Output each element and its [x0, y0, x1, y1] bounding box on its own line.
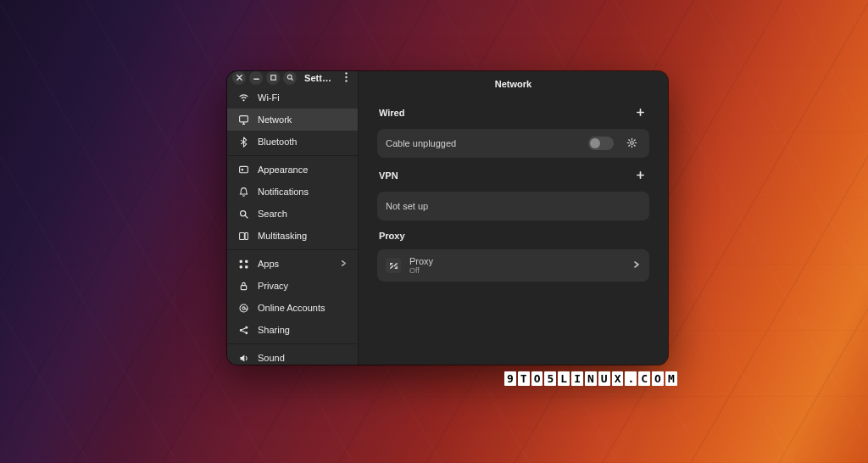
wired-add-button[interactable]	[632, 105, 648, 120]
sidebar-item-label: Search	[258, 209, 348, 219]
svg-rect-13	[245, 259, 248, 262]
sidebar-item-label: Network	[258, 114, 348, 125]
svg-rect-6	[239, 115, 248, 121]
bluetooth-icon	[237, 137, 249, 148]
wired-toggle[interactable]	[588, 137, 614, 150]
vpn-section-header: VPN	[377, 165, 649, 185]
sidebar-item-label: Sound	[258, 353, 348, 363]
sidebar-item-multitasking[interactable]: Multitasking	[227, 225, 358, 247]
maximize-icon	[270, 73, 277, 83]
sidebar-item-label: Privacy	[258, 281, 348, 291]
wifi-icon	[237, 92, 249, 103]
watermark-char: U	[598, 371, 610, 386]
vpn-status-text: Not set up	[386, 201, 428, 211]
svg-rect-10	[239, 232, 244, 239]
search-icon	[287, 73, 294, 83]
svg-point-20	[239, 329, 242, 332]
proxy-heading: Proxy	[379, 231, 405, 241]
chevron-right-icon	[340, 259, 348, 269]
watermark-char: X	[612, 371, 624, 386]
svg-rect-14	[239, 265, 242, 268]
apps-icon	[237, 259, 249, 270]
chevron-right-icon	[632, 260, 641, 271]
sidebar-item-label: Multitasking	[258, 231, 348, 241]
sidebar-item-label: Apps	[258, 259, 331, 269]
wired-status-text: Cable unplugged	[386, 138, 580, 148]
sidebar-separator	[227, 343, 358, 344]
sidebar-item-apps[interactable]: Apps	[227, 253, 358, 275]
sidebar-item-label: Wi-Fi	[258, 92, 348, 103]
sidebar-item-online-accounts[interactable]: Online Accounts	[227, 297, 358, 319]
watermark-char: N	[585, 371, 597, 386]
wired-section-header: Wired	[377, 102, 649, 122]
content-pane: Network Wired Cable unplugged VPN	[359, 71, 668, 365]
sidebar-item-appearance[interactable]: Appearance	[227, 159, 358, 181]
maximize-button[interactable]	[266, 71, 280, 85]
proxy-row[interactable]: Proxy Off	[377, 249, 649, 282]
sidebar-item-label: Sharing	[258, 325, 348, 335]
sidebar-separator	[227, 155, 358, 156]
wired-heading: Wired	[379, 108, 404, 118]
svg-rect-0	[270, 75, 275, 80]
svg-point-17	[240, 304, 248, 312]
sidebar-item-label: Online Accounts	[258, 303, 348, 313]
proxy-row-subtitle: Off	[409, 266, 624, 275]
gear-icon	[626, 137, 637, 150]
sidebar-item-sharing[interactable]: Sharing	[227, 319, 358, 341]
search-button[interactable]	[283, 71, 297, 85]
vpn-add-button[interactable]	[632, 168, 648, 183]
svg-point-22	[630, 141, 633, 144]
svg-point-19	[245, 326, 248, 328]
wired-connection-row[interactable]: Cable unplugged	[377, 129, 649, 158]
watermark: 9TO5LINUX.COM	[504, 371, 677, 386]
sidebar-item-label: Appearance	[258, 165, 348, 175]
svg-point-2	[345, 72, 347, 74]
sidebar-item-notifications[interactable]: Notifications	[227, 181, 358, 203]
svg-rect-7	[239, 166, 248, 172]
settings-window: Sett… Wi-Fi Network Bluetooth Appeara	[227, 71, 668, 365]
sidebar-item-label: Bluetooth	[258, 137, 348, 147]
content-title: Network	[359, 71, 668, 97]
watermark-char: 9	[504, 371, 516, 386]
watermark-char: T	[518, 371, 530, 386]
plus-icon	[636, 170, 645, 181]
watermark-char: C	[638, 371, 650, 386]
svg-point-5	[242, 99, 244, 101]
sidebar-item-label: Notifications	[258, 187, 348, 197]
sidebar-item-network[interactable]: Network	[227, 109, 358, 131]
sidebar: Sett… Wi-Fi Network Bluetooth Appeara	[227, 71, 359, 365]
proxy-row-title: Proxy	[409, 256, 624, 267]
watermark-char: O	[652, 371, 664, 386]
search-icon	[237, 209, 249, 220]
svg-rect-11	[245, 232, 248, 239]
svg-rect-15	[245, 265, 248, 268]
sidebar-separator	[227, 249, 358, 250]
watermark-char: L	[558, 371, 570, 386]
multitasking-icon	[237, 231, 249, 242]
sidebar-item-privacy[interactable]: Privacy	[227, 275, 358, 297]
svg-point-3	[345, 76, 347, 78]
sidebar-item-wifi[interactable]: Wi-Fi	[227, 86, 358, 109]
proxy-icon	[386, 258, 401, 273]
svg-point-4	[345, 80, 347, 81]
vpn-heading: VPN	[379, 170, 398, 181]
close-button[interactable]	[232, 71, 246, 85]
at-icon	[237, 303, 249, 314]
sidebar-nav: Wi-Fi Network Bluetooth Appearance Notif…	[227, 85, 358, 365]
sound-icon	[237, 353, 249, 364]
minimize-button[interactable]	[249, 71, 263, 85]
watermark-char: I	[571, 371, 583, 386]
wired-settings-button[interactable]	[622, 134, 641, 153]
menu-button[interactable]	[339, 72, 353, 84]
proxy-row-text: Proxy Off	[409, 256, 624, 276]
content-body: Wired Cable unplugged VPN Not set up	[359, 97, 668, 365]
kebab-icon	[345, 72, 348, 84]
svg-rect-16	[241, 285, 247, 289]
proxy-section-header: Proxy	[377, 227, 649, 243]
sidebar-item-bluetooth[interactable]: Bluetooth	[227, 131, 358, 153]
lock-icon	[237, 281, 249, 292]
svg-point-21	[245, 332, 248, 334]
window-title: Sett…	[300, 73, 336, 83]
sidebar-item-search[interactable]: Search	[227, 203, 358, 225]
sidebar-item-sound[interactable]: Sound	[227, 347, 358, 365]
